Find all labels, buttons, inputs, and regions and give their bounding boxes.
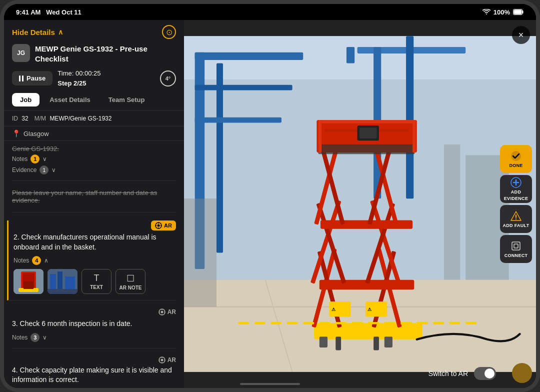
checklist-area[interactable]: Genie GS-1932. Notes 1 ∨ Evidence 1 ∨ Pl… [4,141,184,388]
svg-rect-15 [58,272,62,292]
svg-rect-45 [320,336,328,348]
svg-point-25 [160,358,163,361]
ar-ring-icon [158,308,166,316]
evidence-count: 1 [40,166,48,174]
item-3-text: 2. Check manufacturers operational manua… [14,232,176,252]
svg-rect-36 [195,118,282,123]
svg-rect-87 [514,244,518,248]
done-label: DONE [509,163,522,168]
ar-note-icon: ☐ [126,273,134,284]
switch-to-ar-label: Switch to AR [428,370,468,378]
text-icon: T [94,273,100,284]
svg-rect-75 [184,198,216,307]
location-icon: 📍 [12,130,20,138]
done-button[interactable]: DONE [500,145,532,173]
chevron-down-icon: ∨ [42,156,47,162]
item-4-notes-row: Notes 3 ∨ [12,333,176,342]
tab-asset-details[interactable]: Asset Details [42,93,98,106]
add-evidence-label: ADD [511,190,521,194]
svg-rect-76 [444,144,460,280]
bottom-bar: Switch to AR [428,367,496,380]
svg-rect-1 [514,10,522,14]
ar-badge-row: AR [14,220,176,230]
add-evidence-label-2: EVIDENCE [504,196,528,201]
add-fault-label: ADD FAULT [502,223,529,228]
status-bar: 9:41 AM Wed Oct 11 100% [4,4,536,20]
chevron-down-icon-ev: ∨ [52,166,56,174]
thumb-2[interactable] [48,269,78,294]
svg-rect-33 [216,63,223,252]
thumb-1-image [14,269,44,294]
left-panel: Hide Details ∧ ⊙ JG MEWP Genie GS-1932 -… [4,20,184,388]
svg-rect-37 [346,47,354,63]
checklist-item-4: AR 3. Check 6 month inspection is in dat… [12,308,176,348]
svg-rect-86 [512,242,520,250]
location-row: 📍 Glasgow [4,126,184,141]
pause-button[interactable]: Pause [12,71,52,86]
svg-rect-66 [412,120,416,152]
ar-badge: AR [151,220,176,230]
item-5-text: 4. Check capacity plate making sure it i… [12,366,176,385]
svg-rect-58 [320,220,412,228]
checklist-item-5: AR 4. Check capacity plate making sure i… [12,356,176,388]
status-right: 100% [482,8,524,16]
ar-icon [155,222,162,229]
action-sidebar: DONE ADD EVIDENCE [496,141,536,267]
item-4-text: 3. Check 6 month inspection is in date. [12,319,176,329]
panel-header: Hide Details ∧ ⊙ JG MEWP Genie GS-1932 -… [4,20,184,111]
ar-icon-4 [158,308,166,317]
step-badge: 4° [160,70,176,86]
chevron-4: ∨ [42,334,47,341]
job-title: MEWP Genie GS-1932 - Pre-use Checklist [35,44,176,64]
chevron-up-icon-3: ∧ [44,257,48,264]
svg-rect-47 [336,336,341,350]
add-fault-button[interactable]: ADD FAULT [500,205,532,233]
wifi-icon [482,9,490,15]
ar-text-5: AR [168,356,176,364]
connect-icon [510,240,522,252]
ar-text-4: AR [168,308,176,317]
switch-to-ar-button[interactable] [474,367,496,380]
status-time: 9:41 AM Wed Oct 11 [16,8,82,16]
location-text: Glasgow [24,130,49,138]
pause-icon [19,76,24,82]
text-label: TEXT [90,284,103,290]
add-ar-note-button[interactable]: ☐ AR NOTE [116,269,146,294]
avatar: JG [12,44,30,62]
checklist-item-3: AR 2. Check manufacturers operational ma… [7,220,176,300]
more-options-button[interactable]: ⊙ [162,25,176,39]
pause-label: Pause [26,74,46,82]
tab-job[interactable]: Job [12,93,40,106]
more-icon: ⊙ [166,28,172,37]
svg-rect-14 [50,274,56,292]
svg-rect-46 [384,336,392,348]
add-text-button[interactable]: T TEXT [82,269,112,294]
main-content: Hide Details ∧ ⊙ JG MEWP Genie GS-1932 -… [4,20,536,388]
right-panel: × [184,20,536,388]
battery-icon [513,9,524,15]
timer-display: Time: 00:00:25 [58,68,155,78]
ar-note-label: AR NOTE [120,285,142,290]
add-evidence-button[interactable]: ADD EVIDENCE [500,175,532,203]
hide-details-label: Hide Details [12,28,55,36]
hide-details-button[interactable]: Hide Details ∧ [12,28,63,36]
meta-id: ID 32 [12,115,28,122]
done-check-icon [510,150,522,162]
connect-button[interactable]: CONNECT [500,235,532,263]
item-1-notes-row: Notes 1 ∨ [12,154,176,164]
timer-info: Time: 00:00:25 Step 2/25 [58,68,155,88]
svg-rect-67 [318,120,416,123]
connect-label: CONNECT [504,253,528,258]
svg-rect-70 [360,128,377,138]
close-button[interactable]: × [512,26,530,44]
step-display: Step 2/25 [58,78,155,88]
thumb-1[interactable] [14,269,44,294]
industrial-scene: ⚠ ⚠ [184,20,536,388]
notes-label: Notes [12,156,28,162]
tab-team-setup[interactable]: Team Setup [100,93,153,106]
timer-row: Pause Time: 00:00:25 Step 2/25 4° [12,68,176,88]
checklist-item-2: Please leave your name, staff number and… [12,189,176,212]
notes-label-3: Notes [14,257,29,264]
add-fault-icon [510,210,522,222]
item-2-text: Please leave your name, staff number and… [12,189,176,204]
